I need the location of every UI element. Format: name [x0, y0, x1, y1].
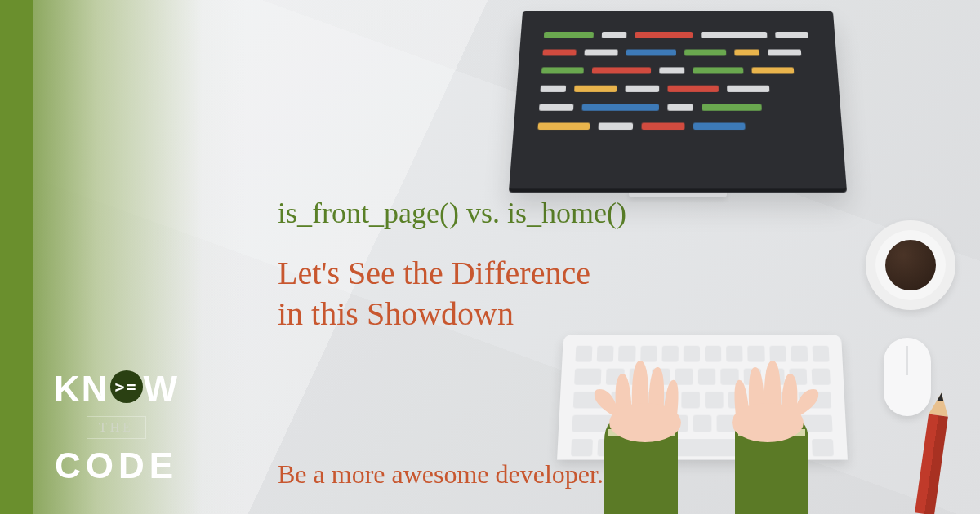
monitor-base: [629, 189, 727, 197]
monitor-screen: [509, 11, 847, 188]
logo-w: W: [144, 369, 180, 410]
promo-card: KN >= W THE CODE is_front_page() vs. is_…: [0, 0, 980, 514]
svg-point-1: [732, 403, 804, 442]
logo-top-line: KN >= W: [54, 369, 179, 410]
accent-bar: [0, 0, 33, 514]
logo-the: THE: [87, 416, 146, 439]
subtitle-line1: Let's See the Difference: [278, 255, 590, 291]
post-subtitle: Let's See the Difference in this Showdow…: [278, 253, 590, 335]
hand-right-illustration: [719, 343, 825, 514]
logo-bottom-line: CODE: [54, 445, 179, 486]
hand-left-illustration: [572, 343, 678, 514]
coffee-cup-icon: [866, 220, 956, 310]
monitor-illustration: [523, 11, 833, 197]
tagline: Be a more awesome developer.: [278, 459, 604, 490]
svg-point-0: [609, 403, 681, 442]
logo-mark-icon: >=: [110, 370, 143, 403]
brand-logo: KN >= W THE CODE: [54, 369, 179, 486]
logo-kn: KN: [54, 369, 109, 410]
subtitle-line2: in this Showdown: [278, 295, 514, 332]
mouse-icon: [884, 338, 931, 416]
post-title: is_front_page() vs. is_home(): [278, 196, 626, 230]
